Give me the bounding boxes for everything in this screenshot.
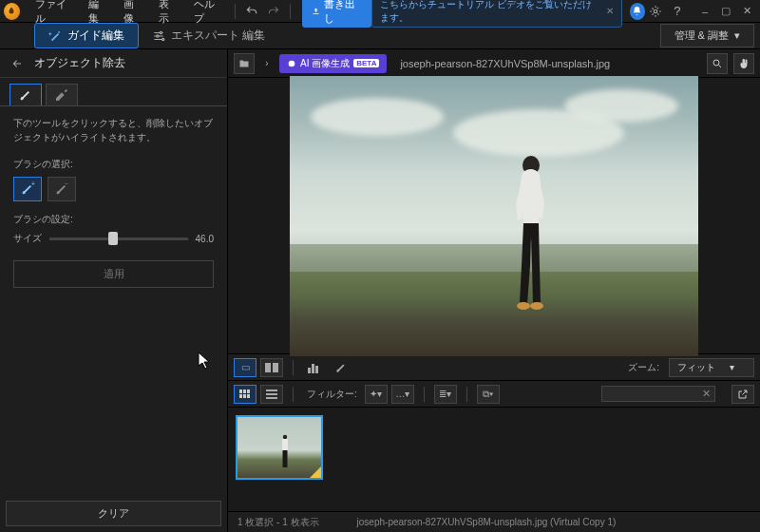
upload-icon — [312, 7, 320, 16]
thumbnail-strip — [228, 407, 760, 511]
pan-tool-icon[interactable] — [733, 53, 754, 74]
svg-point-9 — [517, 302, 530, 310]
sort-button[interactable]: ≣▾ — [434, 385, 457, 404]
tutorial-banner[interactable]: こちらからチュートリアル ビデオをご覧いただけます。 ✕ — [371, 0, 621, 28]
svg-text:−: − — [65, 181, 68, 187]
filter-tags-button[interactable]: ✦▾ — [365, 385, 388, 404]
wand-icon — [48, 29, 62, 43]
size-label: サイズ — [13, 232, 42, 245]
undo-icon[interactable] — [243, 2, 260, 21]
tool-tab-brush[interactable] — [10, 84, 42, 106]
beta-badge: BETA — [353, 59, 379, 67]
chevron-right-icon: › — [260, 53, 274, 74]
filter-rating-button[interactable]: …▾ — [391, 385, 414, 404]
notification-icon[interactable] — [630, 3, 646, 20]
chevron-down-icon: ▾ — [734, 29, 740, 42]
size-slider[interactable] — [49, 238, 188, 240]
export-button[interactable]: 書き出し — [302, 0, 371, 28]
svg-rect-19 — [239, 394, 242, 398]
tool-hint: 下のツールをクリックすると、削除したいオブジェクトがハイライトされます。 — [13, 116, 214, 144]
svg-rect-24 — [283, 450, 288, 467]
svg-rect-15 — [315, 366, 318, 373]
edited-badge-icon — [310, 466, 321, 478]
clear-button[interactable]: クリア — [6, 501, 221, 526]
svg-point-22 — [283, 435, 287, 439]
open-external-icon[interactable] — [732, 385, 754, 404]
svg-rect-18 — [247, 390, 250, 393]
svg-point-1 — [160, 31, 162, 33]
svg-rect-20 — [243, 394, 246, 398]
svg-point-3 — [162, 38, 164, 40]
brush-select-label: ブラシの選択: — [13, 158, 214, 171]
view-compare-button[interactable] — [260, 358, 283, 377]
zoom-label: ズーム: — [628, 361, 659, 374]
close-banner-icon[interactable]: ✕ — [606, 6, 614, 16]
status-selection: 1 枚選択 - 1 枚表示 — [238, 516, 319, 529]
maximize-icon[interactable]: ▢ — [716, 3, 735, 20]
brush-add-button[interactable]: + — [13, 177, 42, 201]
folder-nav-button[interactable] — [234, 53, 255, 74]
svg-rect-21 — [247, 394, 250, 398]
svg-rect-11 — [265, 363, 271, 372]
stack-button[interactable]: ⧉▾ — [477, 385, 500, 404]
svg-rect-14 — [312, 364, 314, 373]
layout-list-button[interactable] — [260, 385, 283, 404]
chevron-down-icon: ▾ — [730, 362, 734, 372]
panel-title: オブジェクト除去 — [34, 55, 125, 71]
svg-rect-17 — [243, 390, 246, 393]
svg-point-0 — [655, 10, 658, 13]
thumbnail-item[interactable] — [236, 415, 323, 480]
status-filename: joseph-pearson-827XUhVSp8M-unsplash.jpg … — [357, 517, 617, 527]
svg-point-7 — [713, 60, 719, 66]
zoom-tool-icon[interactable] — [707, 53, 728, 74]
apply-button[interactable]: 適用 — [13, 260, 214, 288]
redo-icon[interactable] — [264, 2, 281, 21]
ai-image-gen-button[interactable]: AI 画像生成 BETA — [279, 54, 387, 73]
view-single-button[interactable]: ▭ — [234, 358, 256, 377]
layout-grid-button[interactable] — [234, 385, 256, 404]
minimize-icon[interactable]: – — [695, 3, 714, 20]
histogram-icon[interactable] — [303, 358, 326, 377]
back-icon[interactable] — [8, 54, 27, 73]
search-input[interactable] — [601, 386, 715, 402]
sliders-icon — [152, 29, 165, 43]
current-filename: joseph-pearson-827XUhVSp8M-unsplash.jpg — [400, 58, 610, 69]
tab-guide-edit[interactable]: ガイド編集 — [34, 23, 139, 48]
sparkle-icon — [287, 59, 296, 68]
svg-rect-13 — [308, 368, 311, 373]
manage-adjust-button[interactable]: 管理 & 調整 ▾ — [660, 24, 754, 48]
settings-icon[interactable] — [647, 2, 664, 21]
filter-label: フィルター: — [307, 388, 357, 401]
brush-settings-label: ブラシの設定: — [13, 213, 214, 226]
brush-subtract-button[interactable]: − — [48, 177, 76, 201]
svg-point-2 — [157, 34, 159, 36]
size-value: 46.0 — [196, 234, 214, 244]
canvas[interactable] — [228, 78, 760, 353]
zoom-select[interactable]: フィット▾ — [669, 358, 754, 377]
brush-quick-icon[interactable] — [330, 358, 352, 377]
svg-rect-12 — [273, 363, 278, 372]
photo-preview — [290, 76, 698, 356]
clear-search-icon[interactable]: ✕ — [702, 388, 711, 400]
svg-rect-16 — [239, 390, 242, 393]
close-icon[interactable]: ✕ — [737, 3, 756, 20]
tool-tab-smart[interactable] — [46, 84, 78, 106]
svg-rect-23 — [282, 439, 288, 450]
app-logo-icon — [4, 3, 20, 20]
svg-text:+: + — [31, 181, 35, 187]
help-icon[interactable]: ? — [669, 2, 686, 21]
svg-point-10 — [530, 302, 543, 310]
person-figure — [503, 152, 554, 314]
svg-point-6 — [289, 60, 295, 66]
tab-expert-edit[interactable]: エキスパート 編集 — [139, 24, 278, 48]
